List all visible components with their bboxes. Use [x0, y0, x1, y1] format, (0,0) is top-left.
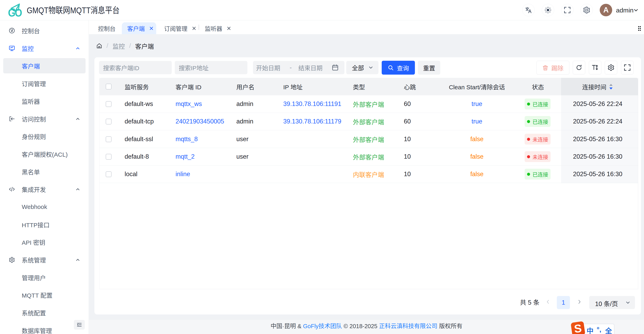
svg-text:GO: GO — [8, 7, 22, 18]
